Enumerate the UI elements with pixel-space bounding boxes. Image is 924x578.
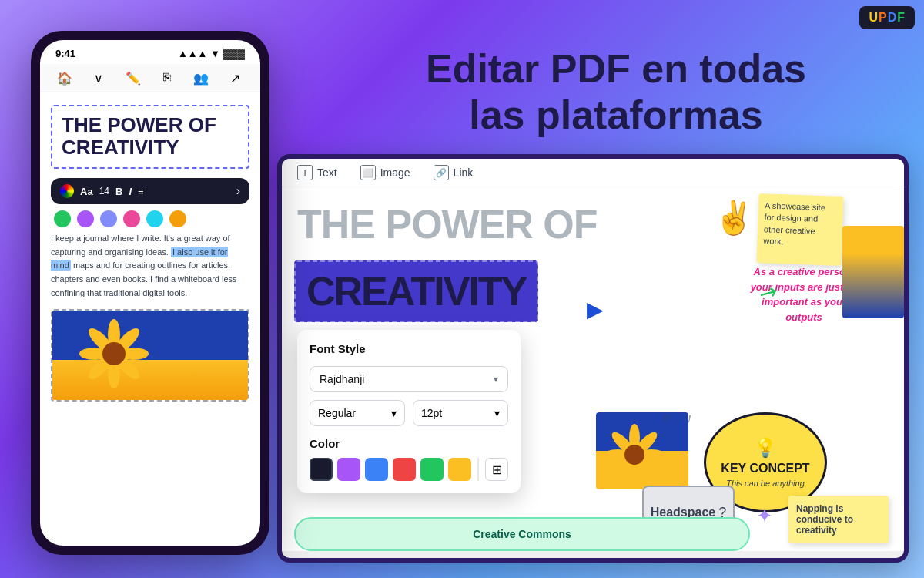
phone-time: 9:41 — [55, 48, 75, 59]
color-swatches-row: ⊞ — [310, 458, 508, 481]
color-pink[interactable] — [123, 210, 140, 227]
photo-right-edge — [842, 226, 904, 318]
font-aa-button[interactable]: Aa — [80, 186, 93, 197]
tablet-device: T Text ⬜ Image 🔗 Link THE POWER OF CREAT… — [277, 154, 909, 563]
text-format-toolbar[interactable]: Aa 14 B I ≡ › — [51, 178, 249, 204]
star-icon: ✦ — [756, 504, 773, 528]
color-cyan[interactable] — [146, 210, 163, 227]
swatch-divider — [477, 458, 479, 481]
logo-letter-u: U — [869, 11, 879, 24]
more-colors-button[interactable]: ⊞ — [485, 458, 508, 481]
font-size-select[interactable]: 12pt ▾ — [413, 400, 508, 426]
copy-icon[interactable]: ⎘ — [158, 69, 176, 87]
lightbulb-icon: 💡 — [754, 437, 777, 459]
text-tool-label: Text — [317, 166, 337, 179]
svg-point-8 — [102, 342, 126, 365]
color-section-label: Color — [310, 437, 508, 450]
phone-image-box — [51, 309, 249, 402]
cursor-icon: ▶ — [587, 297, 604, 322]
text-tool-icon[interactable]: T — [297, 165, 313, 180]
font-weight-arrow: ▾ — [391, 407, 397, 419]
sunflower-image — [52, 311, 248, 400]
font-size-display[interactable]: 14 — [99, 186, 109, 197]
key-concept-subtitle: This can be anything — [726, 479, 805, 488]
hero-title-line2: las plataformas — [469, 92, 763, 137]
link-tool[interactable]: 🔗 Link — [434, 165, 474, 180]
color-purple[interactable] — [77, 210, 94, 227]
swatch-black[interactable] — [310, 458, 333, 481]
sticky-note-yellow: A showcase site for design and other cre… — [756, 193, 843, 266]
link-tool-icon[interactable]: 🔗 — [434, 165, 449, 180]
napping-text: Napping is conducive to creativity — [796, 503, 853, 536]
phone-content: THE POWER OF CREATIVITY Aa 14 B I ≡ › — [40, 92, 260, 414]
font-name-arrow: ▾ — [494, 374, 498, 385]
phone-status-bar: 9:41 ▲▲▲ ▼ ▓▓▓ — [40, 40, 260, 64]
tablet-big-title: THE POWER OF — [297, 203, 598, 247]
swatch-yellow[interactable] — [448, 458, 471, 481]
font-name-value: Rajdhanji — [320, 373, 364, 385]
phone-title-box[interactable]: THE POWER OF CREATIVITY — [51, 105, 249, 169]
napping-sticky-note: Napping is conducive to creativity — [788, 496, 889, 543]
phone-device: 9:41 ▲▲▲ ▼ ▓▓▓ 🏠 ∨ ✏️ ⎘ 👥 ↗ THE POWER OF… — [31, 31, 270, 555]
creative-commons-button[interactable]: Creative Commons — [294, 517, 750, 551]
sunflower-svg — [68, 309, 160, 400]
deco-scribbles: 〃 〃 — [658, 408, 696, 432]
font-name-select[interactable]: Rajdhanji ▾ — [310, 366, 508, 392]
tablet-content: THE POWER OF CREATIVITY ▶ Font Style Raj… — [282, 187, 904, 551]
logo-letter-d: D — [888, 11, 898, 24]
creative-commons-label: Creative Commons — [473, 528, 571, 540]
logo-letter-p: P — [879, 11, 888, 24]
phone-toolbar[interactable]: 🏠 ∨ ✏️ ⎘ 👥 ↗ — [40, 64, 260, 92]
color-picker-icon[interactable] — [60, 184, 74, 198]
home-icon[interactable]: 🏠 — [55, 69, 74, 87]
font-size-value: 12pt — [421, 407, 442, 419]
hero-section: Editar PDF en todas las plataformas — [354, 46, 878, 139]
font-size-arrow: ▾ — [494, 407, 500, 419]
align-button[interactable]: ≡ — [138, 186, 144, 197]
link-tool-label: Link — [454, 166, 474, 179]
image-tool[interactable]: ⬜ Image — [360, 165, 410, 180]
font-weight-value: Regular — [318, 407, 356, 419]
edit-icon[interactable]: ✏️ — [124, 69, 142, 87]
hero-title-line1: Editar PDF en todas — [426, 46, 806, 91]
color-green[interactable] — [54, 210, 71, 227]
peace-icon: ✌️ — [714, 199, 754, 237]
svg-point-17 — [624, 445, 644, 465]
key-concept-title: KEY CONCEPT — [721, 462, 809, 476]
swatch-purple[interactable] — [337, 458, 360, 481]
phone-title-text: THE POWER OF CREATIVITY — [62, 114, 239, 158]
color-amber[interactable] — [169, 210, 186, 227]
color-dots-row — [51, 210, 249, 227]
font-style-panel: Font Style Rajdhanji ▾ Regular ▾ 12pt ▾ … — [297, 330, 521, 493]
creativity-text: CREATIVITY — [306, 269, 526, 314]
swatch-blue[interactable] — [365, 458, 388, 481]
phone-signal: ▲▲▲ ▼ ▓▓▓ — [178, 48, 245, 59]
highlight-text: I also use it for mind — [51, 247, 228, 271]
chevron-down-icon[interactable]: ∨ — [89, 69, 108, 87]
phone-screen: 9:41 ▲▲▲ ▼ ▓▓▓ 🏠 ∨ ✏️ ⎘ 👥 ↗ THE POWER OF… — [40, 40, 260, 546]
font-weight-select[interactable]: Regular ▾ — [310, 400, 405, 426]
share-icon[interactable]: ↗ — [226, 69, 245, 87]
hero-title: Editar PDF en todas las plataformas — [354, 46, 878, 139]
logo-letter-f: F — [897, 11, 906, 24]
phone-body-text: I keep a journal where I write. It's a g… — [51, 232, 249, 300]
swatch-red[interactable] — [393, 458, 416, 481]
updf-logo: UPDF — [859, 6, 915, 29]
users-icon[interactable]: 👥 — [192, 69, 210, 87]
creativity-section[interactable]: CREATIVITY ▶ — [294, 260, 581, 322]
creativity-box[interactable]: CREATIVITY — [294, 260, 538, 322]
tablet-toolbar[interactable]: T Text ⬜ Image 🔗 Link — [282, 159, 904, 187]
image-tool-icon[interactable]: ⬜ — [360, 165, 376, 180]
text-tool[interactable]: T Text — [297, 165, 337, 180]
sticky-note-text: A showcase site for design and other cre… — [763, 200, 825, 246]
color-indigo[interactable] — [100, 210, 117, 227]
swatch-green[interactable] — [420, 458, 444, 481]
bold-button[interactable]: B — [116, 186, 122, 197]
italic-button[interactable]: I — [129, 186, 132, 197]
font-weight-size-row: Regular ▾ 12pt ▾ — [310, 400, 508, 426]
image-tool-label: Image — [380, 166, 410, 179]
tablet-title-line1: THE POWER OF — [297, 203, 598, 247]
more-icon[interactable]: › — [236, 184, 240, 198]
font-panel-title: Font Style — [310, 342, 508, 355]
